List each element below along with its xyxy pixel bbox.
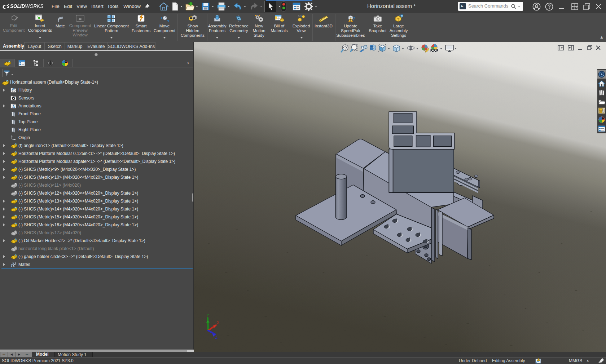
svg-text:Z: Z xyxy=(215,336,218,339)
svg-text:X: X xyxy=(217,321,219,325)
svg-text:Y: Y xyxy=(207,314,209,318)
svg-text:!: ! xyxy=(538,359,539,361)
